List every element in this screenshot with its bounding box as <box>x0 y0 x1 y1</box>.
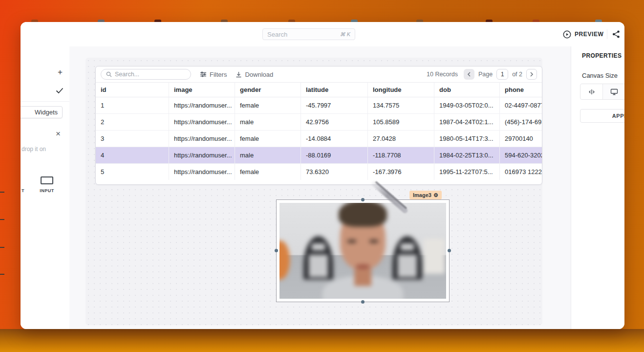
page-total-label: of 2 <box>512 71 522 78</box>
widget-label-fragment: T <box>21 188 24 193</box>
gear-icon[interactable]: ⚙ <box>433 192 438 198</box>
photo-blur-layer <box>279 203 446 299</box>
column-header[interactable]: longitude <box>368 82 434 97</box>
resize-handle-left[interactable] <box>275 249 278 252</box>
page-next-button[interactable] <box>526 69 537 80</box>
table-cell[interactable]: 105.8589 <box>368 114 434 130</box>
table-cell[interactable]: https://randomuser... <box>169 97 235 113</box>
table-cell[interactable]: https://randomuser... <box>169 164 235 180</box>
table-cell[interactable]: https://randomuser... <box>169 131 235 147</box>
resize-handle-top[interactable] <box>361 198 365 201</box>
input-widget-label: INPUT <box>35 188 59 193</box>
share-icon[interactable] <box>612 30 621 39</box>
table-row[interactable]: 5https://randomuser...female73.6320-167.… <box>96 164 542 180</box>
bg-tick-mark <box>0 247 4 248</box>
column-header[interactable]: dob <box>434 82 500 97</box>
filters-button[interactable]: Filters <box>200 71 227 78</box>
input-widget-icon <box>41 176 53 184</box>
column-header[interactable]: image <box>169 82 235 97</box>
table-cell[interactable]: 4 <box>96 147 169 163</box>
table-cell[interactable]: 02-4497-0877 <box>500 97 542 113</box>
table-row[interactable]: 2https://randomuser...male42.9756105.858… <box>96 114 542 131</box>
widgets-panel: + Widgets × drop it on T INPUT <box>21 46 70 329</box>
resize-handle-right[interactable] <box>448 249 451 252</box>
table-row[interactable]: 1https://randomuser...female-45.7997134.… <box>96 97 542 114</box>
table-cell[interactable]: -167.3976 <box>368 164 434 180</box>
canvas-size-label: Canvas Size <box>582 72 618 79</box>
table-cell[interactable]: 1995-11-22T07:5... <box>434 164 500 180</box>
portrait-photo <box>279 203 446 299</box>
table-header-row: idimagegenderlatitudelongitudedobphone <box>96 82 542 97</box>
panel-divider <box>21 101 69 102</box>
table-cell[interactable]: 594-620-3202 <box>500 147 542 163</box>
table-search-input[interactable]: Search... <box>101 69 191 80</box>
global-search-input[interactable]: Search ⌘ K <box>262 28 355 40</box>
table-cell[interactable]: -118.7708 <box>368 147 434 163</box>
column-header[interactable]: gender <box>235 82 301 97</box>
table-cell[interactable]: 134.7575 <box>368 97 434 113</box>
column-header[interactable]: id <box>96 82 169 97</box>
table-cell[interactable]: 2 <box>96 114 169 130</box>
records-count: 10 Records <box>427 71 458 78</box>
table-cell[interactable]: 3 <box>96 131 169 147</box>
play-circle-icon <box>563 30 571 39</box>
download-label: Download <box>245 71 273 78</box>
table-cell[interactable]: -88.0169 <box>301 147 368 163</box>
search-placeholder: Search <box>267 31 287 38</box>
topbar-divider <box>607 29 607 39</box>
page-number-input[interactable]: 1 <box>496 69 508 80</box>
desktop-background: Search ⌘ K PREVIEW + <box>0 0 644 352</box>
plus-icon[interactable]: + <box>56 68 64 77</box>
table-cell[interactable]: 27.0428 <box>368 131 434 147</box>
desktop-size-option[interactable] <box>603 84 624 99</box>
app-builder-window: Search ⌘ K PREVIEW + <box>21 22 624 329</box>
table-cell[interactable]: 1984-02-25T13:0... <box>434 147 500 163</box>
apply-button[interactable]: APPLY <box>580 109 624 123</box>
preview-label: PREVIEW <box>575 31 604 38</box>
column-header[interactable]: latitude <box>301 82 368 97</box>
preview-button[interactable]: PREVIEW <box>563 29 604 40</box>
properties-panel: PROPERTIES Canvas Size APPLY <box>571 46 624 329</box>
download-icon <box>236 71 242 78</box>
table-cell[interactable]: 29700140 <box>500 131 542 147</box>
table-cell[interactable]: male <box>235 114 301 130</box>
table-cell[interactable]: -45.7997 <box>301 97 368 113</box>
resize-handle-bottom[interactable] <box>361 300 365 304</box>
table-cell[interactable]: https://randomuser... <box>169 114 235 130</box>
page-label: Page <box>478 71 493 78</box>
table-cell[interactable]: female <box>235 97 301 113</box>
filters-icon <box>200 71 207 77</box>
table-cell[interactable]: 42.9756 <box>301 114 368 130</box>
table-cell[interactable]: female <box>235 131 301 147</box>
close-icon[interactable]: × <box>54 130 63 138</box>
table-cell[interactable]: 1949-03-05T02:0... <box>434 97 500 113</box>
table-cell[interactable]: 016973 12222 <box>500 164 542 180</box>
table-cell[interactable]: male <box>235 147 301 163</box>
image-widget[interactable] <box>276 199 450 302</box>
page-prev-button[interactable] <box>464 69 474 80</box>
table-row[interactable]: 3https://randomuser...female-14.088427.0… <box>96 131 542 147</box>
table-cell[interactable]: 1 <box>96 97 169 113</box>
table-cell[interactable]: -14.0884 <box>301 131 368 147</box>
search-icon <box>106 71 112 77</box>
table-cell[interactable]: 73.6320 <box>301 164 368 180</box>
table-widget[interactable]: Search... Filters <box>95 66 542 185</box>
table-cell[interactable]: 1980-05-14T17:3... <box>434 131 500 147</box>
widget-name-tag[interactable]: Image3 ⚙ <box>409 191 442 199</box>
filters-label: Filters <box>210 71 227 78</box>
table-search-placeholder: Search... <box>115 71 139 78</box>
table-toolbar: Search... Filters <box>96 66 542 82</box>
table-cell[interactable]: 5 <box>96 164 169 180</box>
check-icon[interactable] <box>56 88 64 94</box>
input-widget-card[interactable]: INPUT <box>35 176 59 193</box>
table-body: 1https://randomuser...female-45.7997134.… <box>96 97 542 180</box>
table-row[interactable]: 4https://randomuser...male-88.0169-118.7… <box>96 147 542 164</box>
column-header[interactable]: phone <box>500 82 542 97</box>
widgets-search-input[interactable]: Widgets <box>21 106 63 118</box>
download-button[interactable]: Download <box>236 71 273 78</box>
canvas-width-option[interactable] <box>580 84 603 99</box>
table-cell[interactable]: 1987-04-24T02:1... <box>434 114 500 130</box>
table-cell[interactable]: https://randomuser... <box>169 147 235 163</box>
table-cell[interactable]: (456)-174-693 <box>500 114 542 130</box>
table-cell[interactable]: female <box>235 164 301 180</box>
